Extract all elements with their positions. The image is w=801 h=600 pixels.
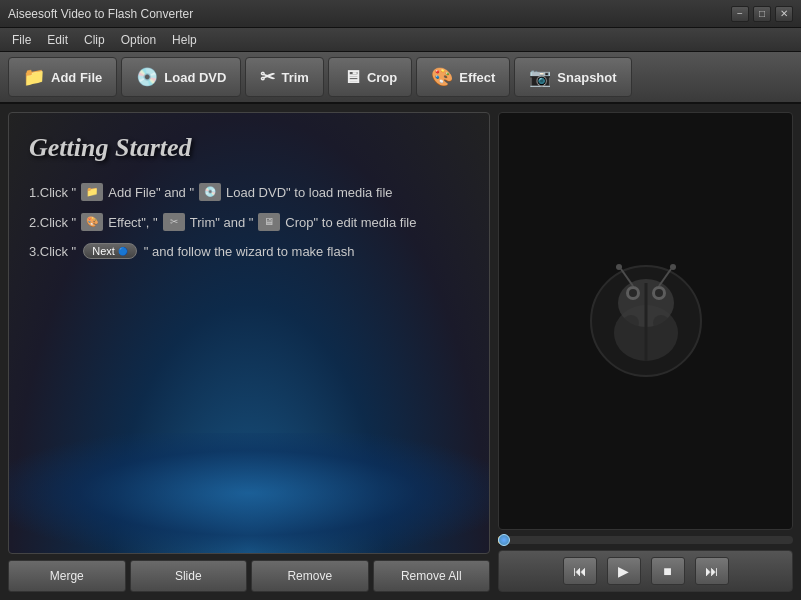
close-button[interactable]: ✕ xyxy=(775,6,793,22)
fast-forward-button[interactable]: ⏭ xyxy=(695,557,729,585)
effect-button[interactable]: 🎨 Effect xyxy=(416,57,510,97)
svg-point-8 xyxy=(623,315,639,331)
minimize-button[interactable]: − xyxy=(731,6,749,22)
svg-point-13 xyxy=(616,264,622,270)
trim-button[interactable]: ✂ Trim xyxy=(245,57,323,97)
window-controls: − □ ✕ xyxy=(731,6,793,22)
svg-point-10 xyxy=(628,337,640,349)
add-file-icon: 📁 xyxy=(23,66,45,88)
add-file-button[interactable]: 📁 Add File xyxy=(8,57,117,97)
step-2: 2.Click " 🎨 Effect", " ✂ Trim" and " 🖥 C… xyxy=(29,213,469,231)
step2-crop-icon: 🖥 xyxy=(258,213,280,231)
step3-next-badge: Next xyxy=(83,243,137,259)
trim-icon: ✂ xyxy=(260,66,275,88)
merge-button[interactable]: Merge xyxy=(8,560,126,592)
snapshot-button[interactable]: 📷 Snapshot xyxy=(514,57,631,97)
add-file-label: Add File xyxy=(51,70,102,85)
transport-controls: ⏮ ▶ ■ ⏭ xyxy=(498,550,793,592)
snapshot-label: Snapshot xyxy=(557,70,616,85)
stop-button[interactable]: ■ xyxy=(651,557,685,585)
menu-file[interactable]: File xyxy=(4,31,39,49)
video-preview xyxy=(498,112,793,530)
remove-button[interactable]: Remove xyxy=(251,560,369,592)
right-panel: ⏮ ▶ ■ ⏭ xyxy=(498,112,793,592)
step-3: 3.Click " Next " and follow the wizard t… xyxy=(29,243,469,259)
title-bar: Aiseesoft Video to Flash Converter − □ ✕ xyxy=(0,0,801,28)
app-title: Aiseesoft Video to Flash Converter xyxy=(8,7,193,21)
step1-add-file-icon: 📁 xyxy=(81,183,103,201)
step1-load-dvd-icon: 💿 xyxy=(199,183,221,201)
effect-icon: 🎨 xyxy=(431,66,453,88)
slide-button[interactable]: Slide xyxy=(130,560,248,592)
getting-started-panel: Getting Started 1.Click " 📁 Add File" an… xyxy=(8,112,490,554)
menu-help[interactable]: Help xyxy=(164,31,205,49)
load-dvd-label: Load DVD xyxy=(164,70,226,85)
step2-effect-icon: 🎨 xyxy=(81,213,103,231)
snapshot-icon: 📷 xyxy=(529,66,551,88)
getting-started-title: Getting Started xyxy=(29,133,469,163)
step2-trim-icon: ✂ xyxy=(163,213,185,231)
svg-point-15 xyxy=(670,264,676,270)
crop-button[interactable]: 🖥 Crop xyxy=(328,57,412,97)
left-panel: Getting Started 1.Click " 📁 Add File" an… xyxy=(8,112,490,592)
progress-handle[interactable] xyxy=(498,534,510,546)
maximize-button[interactable]: □ xyxy=(753,6,771,22)
crop-icon: 🖥 xyxy=(343,67,361,88)
menu-clip[interactable]: Clip xyxy=(76,31,113,49)
svg-point-11 xyxy=(652,337,664,349)
bottom-action-buttons: Merge Slide Remove Remove All xyxy=(8,560,490,592)
toolbar: 📁 Add File 💿 Load DVD ✂ Trim 🖥 Crop 🎨 Ef… xyxy=(0,52,801,104)
load-dvd-button[interactable]: 💿 Load DVD xyxy=(121,57,241,97)
effect-label: Effect xyxy=(459,70,495,85)
progress-area[interactable] xyxy=(498,536,793,544)
crop-label: Crop xyxy=(367,70,397,85)
svg-point-9 xyxy=(653,315,669,331)
trim-label: Trim xyxy=(281,70,308,85)
menu-bar: File Edit Clip Option Help xyxy=(0,28,801,52)
aiseesoft-logo-graphic xyxy=(576,251,716,391)
step-1: 1.Click " 📁 Add File" and " 💿 Load DVD" … xyxy=(29,183,469,201)
load-dvd-icon: 💿 xyxy=(136,66,158,88)
menu-option[interactable]: Option xyxy=(113,31,164,49)
main-content: Getting Started 1.Click " 📁 Add File" an… xyxy=(0,104,801,600)
play-button[interactable]: ▶ xyxy=(607,557,641,585)
menu-edit[interactable]: Edit xyxy=(39,31,76,49)
remove-all-button[interactable]: Remove All xyxy=(373,560,491,592)
svg-point-6 xyxy=(629,289,637,297)
rewind-button[interactable]: ⏮ xyxy=(563,557,597,585)
progress-bar[interactable] xyxy=(498,536,793,544)
svg-point-7 xyxy=(655,289,663,297)
